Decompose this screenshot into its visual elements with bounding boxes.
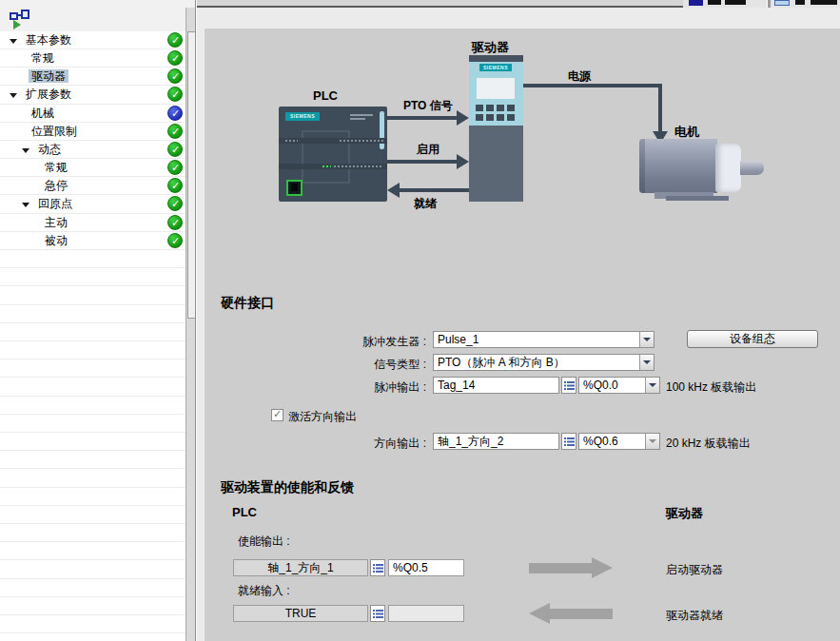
status-ok-icon: [167, 178, 183, 193]
tag-list-button[interactable]: [370, 605, 385, 622]
tab-label-fragment: [708, 0, 721, 5]
direction-output-label: 方向输出 :: [312, 436, 426, 452]
plc-slot: [380, 111, 384, 149]
tree-item-homing-passive[interactable]: 被动: [0, 232, 186, 250]
tree-item-label[interactable]: 常规: [29, 51, 57, 65]
sidebar-scrollbar[interactable]: [186, 8, 195, 641]
tree-item-label[interactable]: 位置限制: [29, 125, 80, 138]
power-line-horizontal: [523, 84, 662, 87]
tree-item-extended-parameters[interactable]: 扩展参数: [0, 86, 186, 104]
drive-diagram-label: 驱动器: [472, 39, 509, 56]
enable-output-address-field[interactable]: %Q0.5: [388, 559, 464, 576]
status-ok-icon: [167, 68, 183, 84]
enable-flow-arrowhead-icon: [592, 557, 613, 578]
tag-list-button[interactable]: [561, 377, 576, 394]
simatic-text-line: [350, 114, 373, 116]
pto-signal-line: [387, 116, 459, 120]
pulse-generator-value: Pulse_1: [438, 334, 479, 346]
tab-icon-fragment: [774, 0, 790, 6]
motor-graphic-endcap: [715, 144, 741, 192]
ethernet-port-icon: [286, 180, 303, 196]
ready-signal-line: [400, 188, 469, 192]
tree-empty-rows: [0, 250, 186, 641]
tree-item-drive[interactable]: 驱动器: [0, 68, 186, 86]
device-config-button[interactable]: 设备组态: [687, 330, 818, 348]
tree-item-homing-active[interactable]: 主动: [0, 214, 186, 232]
activate-direction-checkbox[interactable]: [271, 409, 283, 421]
ready-input-address-field[interactable]: [388, 605, 464, 622]
expand-triangle-icon[interactable]: [10, 93, 17, 98]
tree-item-label[interactable]: 驱动器: [29, 69, 68, 83]
expand-triangle-icon[interactable]: [22, 203, 29, 207]
ready-flow-arrowhead-icon: [529, 603, 550, 624]
go-online-icon[interactable]: [13, 20, 21, 29]
ready-arrowhead-icon: [387, 183, 400, 198]
status-info-icon: [167, 106, 183, 121]
enable-output-tag-field[interactable]: 轴_1_方向_1: [233, 559, 368, 576]
tag-list-button[interactable]: [561, 433, 576, 450]
tree-item-position-limits[interactable]: 位置限制: [0, 123, 186, 141]
tree-item-homing[interactable]: 回原点: [0, 195, 186, 213]
status-ok-icon: [167, 215, 183, 230]
chrome-divider: [767, 0, 771, 8]
tree-item-label[interactable]: 被动: [42, 234, 70, 247]
tree-item-label[interactable]: 基本参数: [23, 33, 74, 47]
direction-output-tag-input[interactable]: 轴_1_方向_2: [433, 433, 559, 450]
tree-item-label[interactable]: 急停: [42, 179, 70, 192]
drive-column-header: 驱动器: [666, 505, 703, 522]
drive-display: [477, 78, 515, 99]
tree-item-label[interactable]: 常规: [42, 161, 70, 174]
plc-led-band: [279, 164, 387, 169]
pulse-output-tag-input[interactable]: Tag_14: [433, 377, 559, 394]
pulse-output-address-select[interactable]: %Q0.0: [578, 377, 660, 394]
tree-item-mechanics[interactable]: 机械: [0, 105, 186, 123]
signal-type-value: PTO（脉冲 A 和方向 B）: [438, 357, 565, 369]
enable-flow-arrow: [529, 563, 592, 573]
axis-configuration-window: 基本参数 常规 驱动器 扩展参数 机械 位置限制: [0, 0, 840, 641]
ready-input-tag-field[interactable]: TRUE: [233, 605, 368, 622]
expand-triangle-icon[interactable]: [22, 148, 29, 153]
tab-label-fragment: [725, 0, 746, 5]
list-icon: [373, 609, 383, 619]
ready-signal-label: 就绪: [414, 196, 437, 212]
tree-item-label[interactable]: 回原点: [35, 197, 75, 210]
chevron-down-icon[interactable]: [645, 434, 659, 449]
power-line-vertical: [658, 84, 662, 131]
tag-list-button[interactable]: [370, 559, 385, 576]
chevron-down-icon[interactable]: [639, 332, 654, 347]
pulse-output-note: 100 kHz 板载输出: [666, 379, 756, 396]
plc-column-header: PLC: [232, 505, 257, 519]
motor-graphic-shadow: [666, 196, 729, 201]
tree-item-label[interactable]: 动态: [35, 143, 64, 156]
signal-type-select[interactable]: PTO（脉冲 A 和方向 B）: [433, 354, 654, 371]
expand-triangle-icon[interactable]: [10, 39, 17, 44]
direction-output-address-value: %Q0.6: [583, 436, 618, 448]
tree-item-label[interactable]: 机械: [29, 107, 57, 120]
pulse-generator-select[interactable]: Pulse_1: [433, 331, 654, 348]
enable-output-label: 使能输出 :: [238, 534, 290, 550]
tree-item-emergency-stop[interactable]: 急停: [0, 177, 186, 195]
start-drive-text: 启动驱动器: [666, 562, 723, 578]
pulse-generator-label: 脉冲发生器 :: [312, 334, 426, 350]
tree-item-dynamics[interactable]: 动态: [0, 141, 186, 159]
motor-graphic-body: [639, 139, 717, 193]
pulse-output-tag-value: Tag_14: [438, 379, 475, 392]
list-icon: [373, 563, 383, 573]
direction-output-address-select[interactable]: %Q0.6: [578, 433, 660, 450]
direction-output-tag-value: 轴_1_方向_2: [438, 436, 503, 448]
ready-flow-arrow: [550, 609, 613, 619]
status-ok-icon: [167, 87, 183, 102]
enable-arrowhead-icon: [457, 154, 469, 169]
pto-arrowhead-icon: [457, 110, 469, 126]
siemens-logo: SIEMENS: [285, 112, 320, 121]
sidebar-toolbar: [0, 0, 195, 31]
tree-item-basic-parameters[interactable]: 基本参数: [0, 31, 186, 49]
tree-item-general[interactable]: 常规: [0, 49, 186, 68]
tree-item-dynamics-general[interactable]: 常规: [0, 159, 186, 177]
pto-signal-label: PTO 信号: [403, 98, 453, 114]
tree-item-label[interactable]: 扩展参数: [23, 87, 74, 101]
chevron-down-icon[interactable]: [645, 378, 659, 393]
chevron-down-icon[interactable]: [639, 355, 654, 370]
tree-item-label[interactable]: 主动: [42, 216, 70, 229]
tab-label-fragment: [795, 0, 805, 5]
